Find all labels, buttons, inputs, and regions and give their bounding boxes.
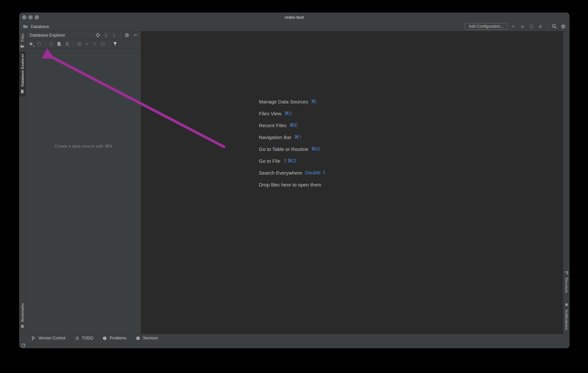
todo-list-icon: [74, 335, 80, 341]
table-icon[interactable]: [76, 41, 82, 47]
shortcut-label: Go to File: [259, 158, 280, 164]
tool-window-layout-icon[interactable]: [20, 342, 26, 348]
run-icon[interactable]: [511, 23, 516, 29]
shortcut-label: Files View: [259, 111, 281, 116]
hide-panel-icon[interactable]: [132, 32, 138, 38]
breadcrumb[interactable]: Database: [22, 23, 49, 29]
tab-services[interactable]: Services: [135, 335, 158, 341]
duplicate-icon[interactable]: [36, 41, 42, 47]
shortcut-label: Search Everywhere: [259, 170, 302, 176]
services-icon: [135, 335, 141, 341]
shortcut-label: Go to Table or Routine: [259, 146, 308, 152]
run-with-coverage-icon[interactable]: [528, 23, 534, 29]
shortcut-keys: ⌘O: [311, 146, 320, 152]
files-folder-icon: [19, 43, 25, 49]
shortcut-keys: ⌘;: [311, 99, 317, 104]
toolbar-separator: [73, 41, 73, 46]
shortcut-row: Search Everywhere Double ⇧: [259, 167, 326, 179]
shortcut-row: Drop files here to open them: [259, 179, 326, 190]
navigation-bar: Database Add Configuration...: [19, 22, 570, 31]
ide-window: redis-test Database Add Configuration...: [19, 13, 570, 348]
structure-icon: [564, 270, 570, 276]
stripe-tab-files[interactable]: Files: [19, 31, 25, 51]
left-tool-stripe: Files Database Explorer Bookmarks: [19, 31, 26, 334]
traffic-lights: [22, 15, 39, 19]
shortcut-label: Manage Data Sources: [259, 99, 308, 104]
main-area: Files Database Explorer Bookmarks: [19, 31, 570, 334]
empty-editor-shortcuts: Manage Data Sources ⌘; Files View ⌘2 Rec…: [259, 96, 326, 190]
shortcut-keys: ⌘2: [284, 110, 292, 116]
ql-badge: QL: [102, 43, 105, 45]
minimize-window-button[interactable]: [28, 15, 33, 19]
tab-todo[interactable]: TODO: [74, 335, 93, 341]
toolbar-separator: [45, 41, 45, 46]
search-everywhere-icon[interactable]: [551, 23, 557, 29]
database-explorer-panel: Database Explorer: [26, 31, 141, 334]
status-bar: [19, 342, 570, 348]
shortcut-row: Recent Files ⌘E: [259, 119, 326, 131]
shortcut-label: Recent Files: [259, 123, 286, 128]
stripe-tab-notifications-label: Notifications: [565, 309, 569, 330]
shortcut-keys: Double ⇧: [305, 170, 326, 176]
bottom-tool-window-bar: Version Control TODO Problems: [19, 334, 570, 342]
debug-icon[interactable]: [519, 23, 525, 29]
settings-gear-icon[interactable]: ⚙: [560, 23, 566, 29]
stripe-tab-files-label: Files: [20, 34, 24, 42]
database-explorer-header: Database Explorer: [26, 31, 141, 39]
create-data-source-hint: Create a data source with ⌘N: [26, 144, 141, 149]
collapse-all-icon[interactable]: [111, 32, 117, 38]
tab-problems-label: Problems: [110, 336, 127, 340]
shortcut-row: Navigation Bar ⌘↑: [259, 131, 326, 143]
tab-todo-label: TODO: [82, 336, 93, 340]
project-folder-icon: [22, 23, 28, 29]
expand-all-icon[interactable]: [103, 32, 109, 38]
filter-icon[interactable]: [112, 41, 118, 47]
zoom-window-button[interactable]: [35, 15, 39, 19]
data-source-properties-icon[interactable]: [56, 41, 62, 47]
shortcut-row: Files View ⌘2: [259, 107, 326, 119]
locate-opened-element-icon[interactable]: [95, 32, 101, 38]
shortcut-row: Go to Table or Routine ⌘O: [259, 143, 326, 155]
stripe-tab-bookmarks[interactable]: Bookmarks: [19, 301, 25, 332]
problems-icon: [102, 335, 108, 341]
stripe-tab-structure[interactable]: Structure: [563, 268, 570, 295]
jump-to-console-icon[interactable]: [92, 41, 98, 47]
panel-options-gear-icon[interactable]: ⚙: [124, 32, 130, 38]
breadcrumb-project-label: Database: [31, 24, 49, 29]
shortcut-row: Manage Data Sources ⌘;: [259, 96, 326, 107]
shortcut-keys: ⌘↑: [294, 134, 302, 140]
tab-version-control-label: Version Control: [38, 336, 65, 340]
query-console-icon[interactable]: QL: [100, 41, 106, 47]
stripe-tab-database-explorer-label: Database Explorer: [20, 54, 24, 87]
tab-version-control[interactable]: Version Control: [30, 335, 65, 341]
run-toolbar: Add Configuration...: [465, 23, 566, 30]
toolbar-separator: [109, 41, 109, 46]
stripe-tab-structure-label: Structure: [565, 277, 569, 293]
close-window-button[interactable]: [22, 15, 26, 19]
shortcut-keys: ⌘E: [289, 122, 297, 128]
detach-data-source-icon[interactable]: [64, 41, 70, 47]
database-icon: [19, 88, 25, 94]
stripe-tab-bookmarks-label: Bookmarks: [20, 303, 24, 322]
right-tool-stripe: Structure Notifications: [563, 31, 570, 334]
new-data-source-button[interactable]: ▾: [28, 41, 34, 47]
shortcut-label: Drop files here to open them: [259, 182, 321, 187]
database-explorer-toolbar: ▾: [26, 39, 141, 49]
editor-area: Manage Data Sources ⌘; Files View ⌘2 Rec…: [141, 31, 563, 334]
panel-header-actions: ⚙: [95, 32, 138, 38]
toolbar-separator: [547, 24, 547, 29]
stripe-tab-database-explorer[interactable]: Database Explorer: [19, 51, 25, 97]
stop-icon[interactable]: [537, 23, 543, 29]
shortcut-keys: ⇧⌘O: [283, 158, 296, 164]
panel-header-separator: [120, 33, 121, 38]
add-configuration-button[interactable]: Add Configuration...: [465, 23, 508, 30]
shortcut-label: Navigation Bar: [259, 134, 291, 140]
notifications-bell-icon: [564, 302, 570, 308]
stripe-tab-notifications[interactable]: Notifications: [563, 300, 570, 332]
git-branch-icon: [30, 335, 36, 341]
tab-problems[interactable]: Problems: [102, 335, 127, 341]
panel-title: Database Explorer: [30, 33, 65, 38]
refresh-icon[interactable]: [48, 41, 54, 47]
edit-pencil-icon[interactable]: [84, 41, 90, 47]
chevron-down-icon: ▾: [33, 45, 34, 47]
